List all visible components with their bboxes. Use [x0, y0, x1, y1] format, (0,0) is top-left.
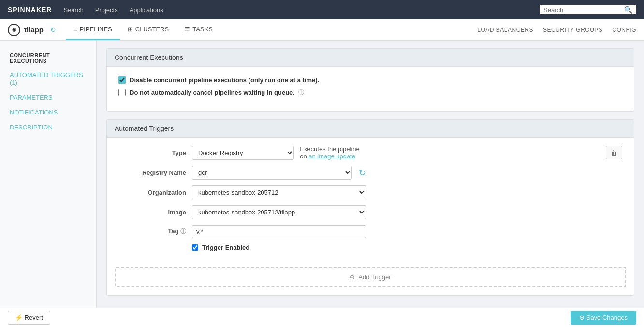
nav-projects[interactable]: Projects: [95, 6, 118, 14]
automated-triggers-header: Automated Triggers: [107, 120, 634, 138]
trigger-form: Type Docker Registry Jenkins Pipeline Cr…: [107, 138, 634, 259]
organization-row: Organization kubernetes-sandbox-205712: [118, 185, 622, 199]
checkbox-row-1: Disable concurrent pipeline executions (…: [118, 76, 622, 84]
refresh-icon[interactable]: ↻: [50, 26, 56, 34]
search-icon: 🔍: [624, 6, 632, 14]
tab-tasks-label: TASKS: [192, 26, 213, 33]
load-balancers-link[interactable]: LOAD BALANCERS: [477, 27, 533, 33]
tab-tasks[interactable]: TASKS: [176, 19, 220, 40]
tag-label: Tag ⓘ: [118, 227, 186, 236]
organization-select[interactable]: kubernetes-sandbox-205712: [192, 185, 366, 199]
type-description: Executes the pipeline on an image update: [300, 145, 366, 160]
sidebar-item-parameters[interactable]: PARAMETERS: [0, 90, 96, 105]
app-name: tilapp: [24, 26, 44, 34]
tab-pipelines-label: PIPELINES: [80, 26, 112, 33]
image-control: kubernetes-sandbox-205712/tilapp: [192, 205, 366, 219]
registry-name-row: Registry Name gcr ↻: [118, 166, 622, 180]
app-logo-icon: ◉: [8, 24, 20, 36]
registry-name-select[interactable]: gcr: [192, 166, 352, 180]
sidebar-item-description[interactable]: DESCRIPTION: [0, 120, 96, 135]
content-area: Concurrent Executions Disable concurrent…: [97, 41, 644, 327]
registry-name-control: gcr ↻: [192, 166, 366, 180]
revert-button[interactable]: ⚡ Revert: [8, 311, 50, 325]
app-bar-right: LOAD BALANCERS SECURITY GROUPS CONFIG: [477, 27, 636, 33]
footer-bar: ⚡ Revert ⊕ Save Changes: [0, 308, 644, 327]
nav-search[interactable]: Search: [63, 6, 83, 14]
tag-input[interactable]: [192, 225, 366, 238]
concurrent-executions-header: Concurrent Executions: [107, 49, 634, 67]
concurrent-executions-card: Concurrent Executions Disable concurrent…: [106, 48, 634, 112]
tab-clusters-label: CLUSTERS: [135, 26, 169, 33]
add-trigger-label: Add Trigger: [358, 273, 391, 281]
help-icon: ⓘ: [298, 88, 304, 97]
clusters-icon: [128, 26, 133, 33]
sidebar-item-notifications[interactable]: NOTIFICATIONS: [0, 105, 96, 120]
top-nav: SPINNAKER Search Projects Applications 🔍: [0, 0, 644, 19]
checkbox-row-2: Do not automatically cancel pipelines wa…: [118, 88, 622, 97]
image-row: Image kubernetes-sandbox-205712/tilapp: [118, 205, 622, 219]
no-cancel-label: Do not automatically cancel pipelines wa…: [130, 89, 294, 96]
trigger-enabled-row: Trigger Enabled: [192, 244, 622, 251]
type-control: Docker Registry Jenkins Pipeline Cron Ex…: [192, 145, 366, 160]
sidebar-item-concurrent-executions[interactable]: CONCURRENT EXECUTIONS: [0, 48, 96, 68]
add-trigger-icon: ⊕: [350, 273, 355, 281]
disable-concurrent-label: Disable concurrent pipeline executions (…: [130, 76, 319, 84]
nav-applications[interactable]: Applications: [130, 6, 163, 14]
concurrent-executions-body: Disable concurrent pipeline executions (…: [107, 67, 634, 111]
type-description-link[interactable]: an image update: [308, 153, 355, 160]
save-changes-button[interactable]: ⊕ Save Changes: [571, 311, 636, 325]
delete-trigger-button[interactable]: 🗑: [606, 146, 622, 159]
pipelines-icon: [73, 26, 77, 33]
image-label: Image: [118, 209, 186, 216]
tasks-icon: [184, 26, 190, 33]
main-content: CONCURRENT EXECUTIONS AUTOMATED TRIGGERS…: [0, 41, 644, 327]
revert-label: ⚡ Revert: [15, 314, 43, 321]
add-trigger-button[interactable]: ⊕ Add Trigger: [115, 267, 626, 287]
config-link[interactable]: CONFIG: [612, 27, 636, 33]
type-row: Type Docker Registry Jenkins Pipeline Cr…: [118, 145, 622, 160]
tab-clusters[interactable]: CLUSTERS: [120, 19, 176, 40]
no-cancel-checkbox[interactable]: [118, 89, 126, 96]
save-label: ⊕ Save Changes: [579, 314, 628, 321]
app-bar-tabs: PIPELINES CLUSTERS TASKS: [66, 19, 220, 40]
tag-help-icon: ⓘ: [180, 228, 186, 235]
global-search-box: 🔍: [540, 5, 636, 14]
type-select[interactable]: Docker Registry Jenkins Pipeline Cron: [192, 146, 294, 160]
tab-pipelines[interactable]: PIPELINES: [66, 19, 120, 40]
sidebar: CONCURRENT EXECUTIONS AUTOMATED TRIGGERS…: [0, 41, 97, 327]
trigger-enabled-checkbox[interactable]: [192, 244, 198, 251]
registry-refresh-icon[interactable]: ↻: [359, 168, 366, 178]
image-select[interactable]: kubernetes-sandbox-205712/tilapp: [192, 205, 366, 219]
registry-name-label: Registry Name: [118, 169, 186, 176]
automated-triggers-card: Automated Triggers Type Docker Registry …: [106, 119, 634, 296]
global-search-input[interactable]: [543, 6, 621, 14]
brand-name: SPINNAKER: [8, 6, 52, 14]
disable-concurrent-checkbox[interactable]: [118, 76, 126, 84]
tag-control: [192, 225, 366, 238]
sidebar-item-automated-triggers[interactable]: AUTOMATED TRIGGERS (1): [0, 68, 96, 90]
trigger-enabled-label: Trigger Enabled: [202, 244, 249, 251]
organization-label: Organization: [118, 189, 186, 196]
organization-control: kubernetes-sandbox-205712: [192, 185, 366, 199]
app-bar: ◉ tilapp ↻ PIPELINES CLUSTERS TASKS LOAD…: [0, 19, 644, 41]
tag-row: Tag ⓘ: [118, 225, 622, 238]
app-logo: ◉ tilapp ↻: [8, 24, 56, 36]
security-groups-link[interactable]: SECURITY GROUPS: [543, 27, 602, 33]
type-label: Type: [118, 149, 186, 156]
